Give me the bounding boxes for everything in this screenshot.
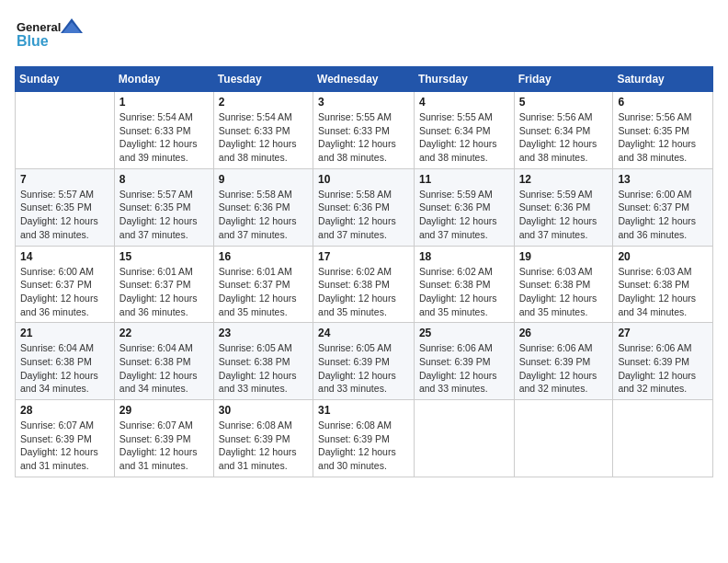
day-number: 1 bbox=[119, 96, 209, 109]
day-info: Sunrise: 5:59 AM Sunset: 6:36 PM Dayligh… bbox=[519, 188, 609, 242]
calendar-cell: 31Sunrise: 6:08 AM Sunset: 6:39 PM Dayli… bbox=[313, 400, 415, 477]
calendar-cell: 10Sunrise: 5:58 AM Sunset: 6:36 PM Dayli… bbox=[313, 168, 415, 246]
day-info: Sunrise: 5:57 AM Sunset: 6:35 PM Dayligh… bbox=[119, 188, 209, 242]
calendar-cell: 22Sunrise: 6:04 AM Sunset: 6:38 PM Dayli… bbox=[114, 323, 213, 400]
day-info: Sunrise: 6:01 AM Sunset: 6:37 PM Dayligh… bbox=[119, 265, 209, 319]
calendar-cell: 25Sunrise: 6:06 AM Sunset: 6:39 PM Dayli… bbox=[414, 323, 514, 400]
day-number: 13 bbox=[618, 173, 708, 186]
calendar-cell: 13Sunrise: 6:00 AM Sunset: 6:37 PM Dayli… bbox=[613, 168, 713, 246]
day-number: 11 bbox=[419, 173, 509, 186]
calendar-cell: 12Sunrise: 5:59 AM Sunset: 6:36 PM Dayli… bbox=[514, 168, 613, 246]
day-info: Sunrise: 5:57 AM Sunset: 6:35 PM Dayligh… bbox=[20, 188, 109, 242]
day-number: 8 bbox=[119, 173, 209, 186]
day-number: 26 bbox=[519, 327, 609, 339]
calendar-cell: 8Sunrise: 5:57 AM Sunset: 6:35 PM Daylig… bbox=[114, 168, 213, 246]
day-info: Sunrise: 5:58 AM Sunset: 6:36 PM Dayligh… bbox=[219, 188, 308, 242]
day-info: Sunrise: 6:04 AM Sunset: 6:38 PM Dayligh… bbox=[119, 341, 209, 396]
day-number: 23 bbox=[219, 327, 308, 339]
calendar-cell: 3Sunrise: 5:55 AM Sunset: 6:33 PM Daylig… bbox=[313, 92, 415, 169]
day-number: 4 bbox=[419, 96, 509, 109]
day-number: 28 bbox=[20, 404, 109, 417]
day-number: 22 bbox=[119, 327, 209, 339]
day-info: Sunrise: 6:06 AM Sunset: 6:39 PM Dayligh… bbox=[419, 341, 509, 396]
day-info: Sunrise: 6:00 AM Sunset: 6:37 PM Dayligh… bbox=[20, 265, 109, 319]
week-row-2: 7Sunrise: 5:57 AM Sunset: 6:35 PM Daylig… bbox=[16, 168, 713, 246]
svg-text:General: General bbox=[17, 20, 61, 34]
header-day-saturday: Saturday bbox=[613, 67, 713, 92]
day-number: 19 bbox=[519, 250, 609, 263]
day-number: 27 bbox=[618, 327, 708, 339]
calendar-cell: 2Sunrise: 5:54 AM Sunset: 6:33 PM Daylig… bbox=[213, 92, 313, 169]
day-number: 30 bbox=[219, 404, 308, 417]
header-day-wednesday: Wednesday bbox=[313, 67, 415, 92]
calendar-cell: 26Sunrise: 6:06 AM Sunset: 6:39 PM Dayli… bbox=[514, 323, 613, 400]
day-number: 31 bbox=[318, 404, 409, 417]
calendar-cell: 7Sunrise: 5:57 AM Sunset: 6:35 PM Daylig… bbox=[16, 168, 115, 246]
calendar-cell: 16Sunrise: 6:01 AM Sunset: 6:37 PM Dayli… bbox=[213, 246, 313, 323]
calendar-cell: 21Sunrise: 6:04 AM Sunset: 6:38 PM Dayli… bbox=[16, 323, 115, 400]
day-info: Sunrise: 5:59 AM Sunset: 6:36 PM Dayligh… bbox=[419, 188, 509, 242]
logo-svg: General Blue bbox=[15, 15, 88, 55]
day-number: 16 bbox=[219, 250, 308, 263]
calendar-table: SundayMondayTuesdayWednesdayThursdayFrid… bbox=[15, 66, 713, 477]
calendar-cell: 15Sunrise: 6:01 AM Sunset: 6:37 PM Dayli… bbox=[114, 246, 213, 323]
day-info: Sunrise: 6:08 AM Sunset: 6:39 PM Dayligh… bbox=[318, 419, 409, 473]
calendar-header-row: SundayMondayTuesdayWednesdayThursdayFrid… bbox=[16, 67, 713, 92]
day-number: 9 bbox=[219, 173, 308, 186]
day-number: 14 bbox=[20, 250, 109, 263]
page-header: General Blue bbox=[15, 15, 713, 55]
header-day-sunday: Sunday bbox=[16, 67, 115, 92]
day-info: Sunrise: 6:05 AM Sunset: 6:38 PM Dayligh… bbox=[219, 341, 308, 396]
svg-text:Blue: Blue bbox=[17, 33, 49, 49]
week-row-5: 28Sunrise: 6:07 AM Sunset: 6:39 PM Dayli… bbox=[16, 400, 713, 477]
day-info: Sunrise: 6:04 AM Sunset: 6:38 PM Dayligh… bbox=[20, 341, 109, 396]
calendar-cell: 18Sunrise: 6:02 AM Sunset: 6:38 PM Dayli… bbox=[414, 246, 514, 323]
calendar-cell: 6Sunrise: 5:56 AM Sunset: 6:35 PM Daylig… bbox=[613, 92, 713, 169]
calendar-cell: 27Sunrise: 6:06 AM Sunset: 6:39 PM Dayli… bbox=[613, 323, 713, 400]
day-info: Sunrise: 6:05 AM Sunset: 6:39 PM Dayligh… bbox=[318, 341, 409, 396]
logo: General Blue bbox=[15, 15, 88, 55]
week-row-4: 21Sunrise: 6:04 AM Sunset: 6:38 PM Dayli… bbox=[16, 323, 713, 400]
calendar-cell: 1Sunrise: 5:54 AM Sunset: 6:33 PM Daylig… bbox=[114, 92, 213, 169]
day-number: 20 bbox=[618, 250, 708, 263]
calendar-cell: 28Sunrise: 6:07 AM Sunset: 6:39 PM Dayli… bbox=[16, 400, 115, 477]
header-day-friday: Friday bbox=[514, 67, 613, 92]
calendar-cell bbox=[16, 92, 115, 169]
day-number: 24 bbox=[318, 327, 409, 339]
day-info: Sunrise: 6:08 AM Sunset: 6:39 PM Dayligh… bbox=[219, 419, 308, 473]
header-day-monday: Monday bbox=[114, 67, 213, 92]
calendar-cell: 30Sunrise: 6:08 AM Sunset: 6:39 PM Dayli… bbox=[213, 400, 313, 477]
day-info: Sunrise: 5:54 AM Sunset: 6:33 PM Dayligh… bbox=[119, 110, 209, 165]
day-info: Sunrise: 5:54 AM Sunset: 6:33 PM Dayligh… bbox=[219, 110, 308, 165]
day-number: 29 bbox=[119, 404, 209, 417]
day-info: Sunrise: 6:07 AM Sunset: 6:39 PM Dayligh… bbox=[20, 419, 109, 473]
day-info: Sunrise: 6:01 AM Sunset: 6:37 PM Dayligh… bbox=[219, 265, 308, 319]
day-number: 25 bbox=[419, 327, 509, 339]
day-number: 7 bbox=[20, 173, 109, 186]
week-row-3: 14Sunrise: 6:00 AM Sunset: 6:37 PM Dayli… bbox=[16, 246, 713, 323]
day-number: 12 bbox=[519, 173, 609, 186]
day-info: Sunrise: 5:55 AM Sunset: 6:33 PM Dayligh… bbox=[318, 110, 409, 165]
day-number: 3 bbox=[318, 96, 409, 109]
day-info: Sunrise: 6:06 AM Sunset: 6:39 PM Dayligh… bbox=[618, 341, 708, 396]
day-number: 2 bbox=[219, 96, 308, 109]
week-row-1: 1Sunrise: 5:54 AM Sunset: 6:33 PM Daylig… bbox=[16, 92, 713, 169]
calendar-cell: 9Sunrise: 5:58 AM Sunset: 6:36 PM Daylig… bbox=[213, 168, 313, 246]
day-info: Sunrise: 5:56 AM Sunset: 6:34 PM Dayligh… bbox=[519, 110, 609, 165]
calendar-cell bbox=[514, 400, 613, 477]
day-info: Sunrise: 6:03 AM Sunset: 6:38 PM Dayligh… bbox=[618, 265, 708, 319]
day-info: Sunrise: 6:03 AM Sunset: 6:38 PM Dayligh… bbox=[519, 265, 609, 319]
header-day-tuesday: Tuesday bbox=[213, 67, 313, 92]
day-number: 5 bbox=[519, 96, 609, 109]
calendar-cell: 5Sunrise: 5:56 AM Sunset: 6:34 PM Daylig… bbox=[514, 92, 613, 169]
calendar-cell: 17Sunrise: 6:02 AM Sunset: 6:38 PM Dayli… bbox=[313, 246, 415, 323]
calendar-cell: 14Sunrise: 6:00 AM Sunset: 6:37 PM Dayli… bbox=[16, 246, 115, 323]
calendar-cell: 20Sunrise: 6:03 AM Sunset: 6:38 PM Dayli… bbox=[613, 246, 713, 323]
day-number: 17 bbox=[318, 250, 409, 263]
calendar-cell: 29Sunrise: 6:07 AM Sunset: 6:39 PM Dayli… bbox=[114, 400, 213, 477]
header-day-thursday: Thursday bbox=[414, 67, 514, 92]
calendar-cell: 4Sunrise: 5:55 AM Sunset: 6:34 PM Daylig… bbox=[414, 92, 514, 169]
calendar-cell: 11Sunrise: 5:59 AM Sunset: 6:36 PM Dayli… bbox=[414, 168, 514, 246]
day-number: 15 bbox=[119, 250, 209, 263]
day-info: Sunrise: 5:56 AM Sunset: 6:35 PM Dayligh… bbox=[618, 110, 708, 165]
